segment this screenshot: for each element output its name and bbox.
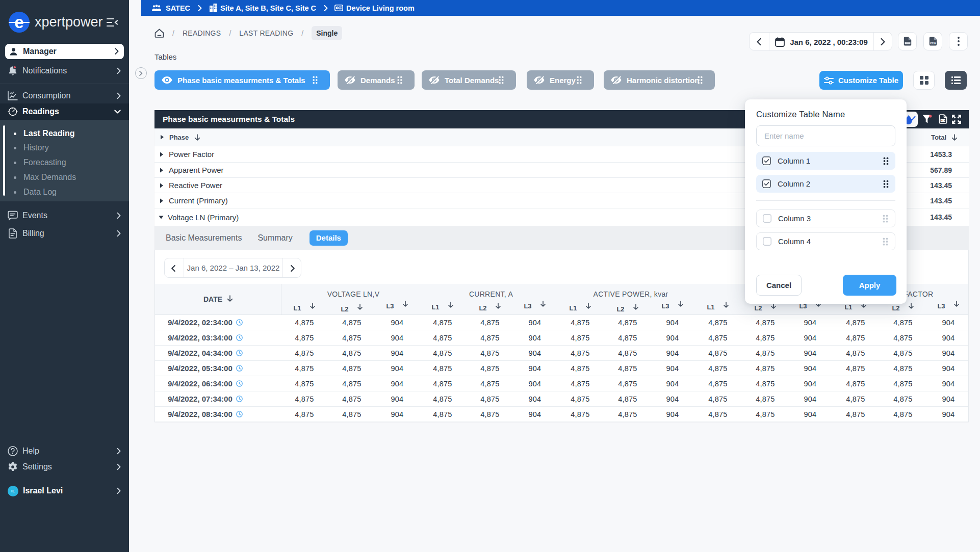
svg-text:CSV: CSV <box>931 42 936 44</box>
svg-text:XLS: XLS <box>941 119 946 122</box>
